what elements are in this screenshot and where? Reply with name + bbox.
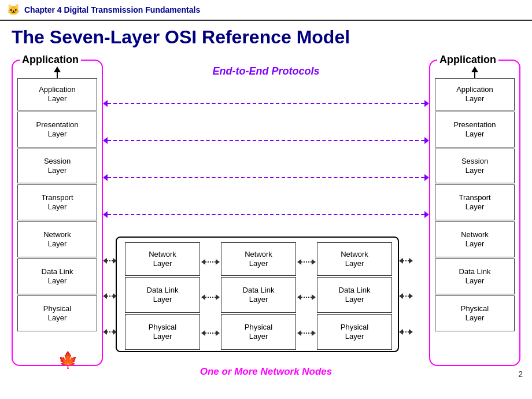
left-application-layer: ApplicationLayer [17, 78, 97, 110]
page-number: 2 [518, 370, 523, 379]
session-protocol-arrow [103, 174, 429, 181]
router-right-datalink-dotted [399, 293, 413, 299]
transport-protocol-arrow [103, 211, 429, 218]
trans-arrow-right [424, 211, 429, 218]
router1-physical-layer: PhysicalLayer [125, 314, 200, 350]
r2-r3-physical-dotted [297, 330, 316, 336]
left-transport-layer: TransportLayer [17, 184, 97, 220]
left-network-layer: NetworkLayer [17, 221, 97, 257]
right-system-box: Application ApplicationLayer Presentatio… [429, 60, 520, 366]
left-router-physical-dotted [103, 329, 117, 335]
router1-network-layer: NetworkLayer [125, 242, 200, 276]
trans-arrow-left [103, 211, 108, 218]
r1-r2-physical-dotted [201, 330, 220, 336]
right-datalink-layer: Data LinkLayer [435, 258, 515, 294]
r1-r2-network-dotted [201, 259, 220, 265]
right-application-layer: ApplicationLayer [435, 78, 515, 110]
right-session-layer: SessionLayer [435, 149, 515, 183]
left-datalink-layer: Data LinkLayer [17, 258, 97, 294]
header: 🐱 Chapter 4 Digital Transmission Fundame… [0, 0, 532, 21]
router3-network-layer: NetworkLayer [317, 242, 392, 276]
routers-box: NetworkLayer Data LinkLayer PhysicalLaye… [116, 237, 399, 352]
diagram-area: Application ApplicationLayer Presentatio… [0, 51, 532, 381]
left-physical-layer: PhysicalLayer [17, 295, 97, 331]
router3-physical-layer: PhysicalLayer [317, 314, 392, 350]
router3-datalink-layer: Data LinkLayer [317, 277, 392, 313]
router2-network-layer: NetworkLayer [221, 242, 296, 276]
sess-arrow-right [424, 174, 429, 181]
router-right-physical-dotted [399, 329, 413, 335]
router3-stack: NetworkLayer Data LinkLayer PhysicalLaye… [317, 242, 392, 350]
app-arrow-left [103, 100, 108, 107]
left-presentation-layer: PresentationLayer [17, 112, 97, 147]
right-system-label: Application [437, 54, 498, 66]
sess-arrow-line [108, 177, 424, 178]
right-network-layer: NetworkLayer [435, 221, 515, 257]
chapter-title: Chapter 4 Digital Transmission Fundament… [24, 5, 200, 14]
app-arrow-right [424, 100, 429, 107]
leaf-icon: 🍁 [58, 350, 78, 370]
presentation-protocol-arrow [103, 137, 429, 144]
right-layers: ApplicationLayer PresentationLayer Sessi… [435, 78, 515, 331]
pres-arrow-left [103, 137, 108, 144]
sess-arrow-left [103, 174, 108, 181]
left-system-box: Application ApplicationLayer Presentatio… [12, 60, 103, 366]
router2-physical-layer: PhysicalLayer [221, 314, 296, 350]
app-arrow-line [108, 103, 424, 104]
trans-arrow-line [108, 214, 424, 215]
application-protocol-arrow [103, 100, 429, 107]
right-physical-layer: PhysicalLayer [435, 295, 515, 331]
right-transport-layer: TransportLayer [435, 184, 515, 220]
bottom-label: One or More Network Nodes [0, 366, 532, 378]
header-icon: 🐱 [7, 3, 20, 16]
left-router-network-dotted [103, 258, 117, 264]
router2-stack: NetworkLayer Data LinkLayer PhysicalLaye… [221, 242, 296, 350]
router2-datalink-layer: Data LinkLayer [221, 277, 296, 313]
router1-datalink-layer: Data LinkLayer [125, 277, 200, 313]
ete-label: End-to-End Protocols [116, 65, 416, 77]
r2-r3-datalink-dotted [297, 294, 316, 300]
router-right-network-dotted [399, 258, 413, 264]
router1-stack: NetworkLayer Data LinkLayer PhysicalLaye… [125, 242, 200, 350]
left-session-layer: SessionLayer [17, 149, 97, 183]
left-router-datalink-dotted [103, 293, 117, 299]
right-up-arrow [471, 66, 478, 78]
left-layers: ApplicationLayer PresentationLayer Sessi… [17, 78, 97, 331]
pres-arrow-line [108, 140, 424, 141]
r1-r2-datalink-dotted [201, 294, 220, 300]
r2-r3-network-dotted [297, 259, 316, 265]
pres-arrow-right [424, 137, 429, 144]
left-up-arrow [54, 66, 61, 78]
right-presentation-layer: PresentationLayer [435, 112, 515, 147]
left-system-label: Application [20, 54, 81, 66]
page-title: The Seven-Layer OSI Reference Model [0, 21, 532, 51]
